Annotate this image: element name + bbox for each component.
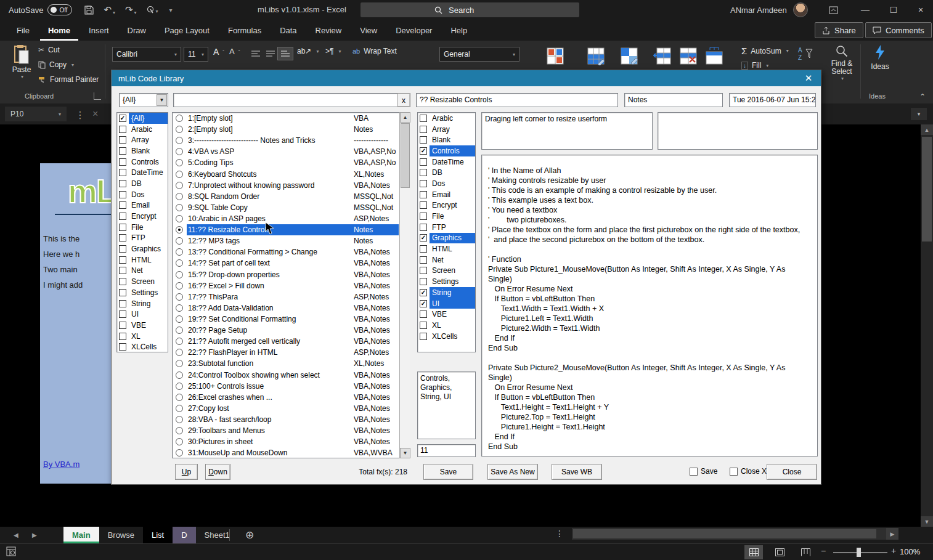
category-row-array[interactable]: Array <box>117 134 168 145</box>
number-format-combo[interactable]: General▾ <box>439 47 519 62</box>
insert-cells-icon[interactable] <box>652 46 673 67</box>
horizontal-scroll-thumb[interactable] <box>573 529 876 538</box>
save-wb-button[interactable]: Save WB <box>552 464 602 480</box>
category-row-ftp[interactable]: FTP <box>418 222 475 233</box>
ribbon-tab-page-layout[interactable]: Page Layout <box>157 20 218 41</box>
category-row-xlcells[interactable]: XLCells <box>418 331 475 342</box>
checkbox[interactable] <box>119 333 126 340</box>
category-row-settings[interactable]: Settings <box>117 287 168 298</box>
namebox-menu-icon[interactable]: ⋮ <box>75 109 85 121</box>
sheet-tab-main[interactable]: Main <box>63 527 99 543</box>
vertical-scroll-thumb[interactable] <box>922 137 932 241</box>
fx-row-3[interactable]: 3:-------------------------- Notes and T… <box>173 135 409 146</box>
font-name-combo[interactable]: Calibri▾ <box>112 47 181 62</box>
cut-button[interactable]: ✂Cut <box>38 46 60 54</box>
find-select-button[interactable]: Find & Select ▾ <box>825 44 859 81</box>
checkbox[interactable] <box>420 180 427 187</box>
fx-row-23[interactable]: 23:Subtotal functionXL,Notes <box>173 358 409 369</box>
checkbox[interactable]: ✓ <box>420 300 427 307</box>
account-area[interactable]: ANmar Amdeen <box>730 0 808 20</box>
normal-view-icon[interactable] <box>744 545 763 559</box>
zoom-level[interactable]: 100% <box>900 547 920 556</box>
radio-button[interactable] <box>176 327 183 334</box>
checkbox[interactable]: ✓ <box>420 147 427 155</box>
minimize-button[interactable]: — <box>852 0 879 20</box>
checkbox[interactable] <box>119 158 126 166</box>
fx-row-30[interactable]: 30:Pictures in sheetVBA,Notes <box>173 436 409 447</box>
fx-row-26[interactable]: 26:Excel crashes when ...VBA,Notes <box>173 392 409 403</box>
scroll-down-icon[interactable]: ▼ <box>921 516 933 527</box>
checkbox[interactable] <box>119 245 126 253</box>
close-xl-checkbox[interactable]: Close XL <box>730 467 771 476</box>
checkbox[interactable] <box>420 322 427 329</box>
save-checkbox[interactable]: Save <box>690 467 717 476</box>
category-row-arabic[interactable]: Arabic <box>418 113 475 124</box>
radio-button[interactable] <box>176 148 183 155</box>
category-row-string[interactable]: String <box>117 298 168 309</box>
category-row-db[interactable]: DB <box>418 167 475 178</box>
category-row-net[interactable]: Net <box>418 254 475 266</box>
fx-row-18[interactable]: 18:?? Add Data-ValidationVBA,Notes <box>173 302 409 314</box>
paste-button[interactable]: Paste ▾ <box>7 44 36 79</box>
ideas-button[interactable]: Ideas <box>864 44 896 71</box>
checkbox[interactable] <box>119 267 126 274</box>
share-button[interactable]: Share <box>815 22 863 38</box>
fx-row-8[interactable]: 8:SQL Random OrderMSSQL,Not <box>173 191 409 202</box>
sheet-tab-list[interactable]: List <box>143 527 173 543</box>
shrink-font-button[interactable]: Aˇ <box>229 47 240 56</box>
fx-row-22[interactable]: 22:?? FlashPlayer in HTMLASP,Notes <box>173 347 409 358</box>
align-middle-icon[interactable] <box>263 47 279 60</box>
vertical-scrollbar[interactable]: ▲ ▼ <box>921 124 933 527</box>
new-sheet-icon[interactable]: ⊕ <box>245 529 254 542</box>
checkbox[interactable] <box>420 213 427 220</box>
fx-row-14[interactable]: 14:?? Set part of cell textVBA,Notes <box>173 258 409 269</box>
ribbon-tab-draw[interactable]: Draw <box>120 20 154 41</box>
radio-button[interactable] <box>176 215 183 222</box>
category-row-net[interactable]: Net <box>117 266 168 277</box>
radio-button[interactable] <box>176 315 183 323</box>
radio-button[interactable] <box>176 438 183 445</box>
category-row-html[interactable]: HTML <box>418 243 475 254</box>
formula-bar-expand-icon[interactable]: ▾ <box>911 108 927 120</box>
search-filter-input[interactable] <box>173 93 397 107</box>
prev-sheet-icon[interactable]: ◀ <box>14 527 18 543</box>
checkbox[interactable] <box>119 136 126 144</box>
radio-button[interactable] <box>176 293 183 301</box>
category-row-xl[interactable]: XL <box>418 320 475 331</box>
checkbox[interactable] <box>420 278 427 285</box>
category-row-file[interactable]: File <box>418 211 475 222</box>
checkbox[interactable] <box>420 191 427 198</box>
category-row-graphics[interactable]: Graphics <box>117 243 168 254</box>
zoom-slider-thumb[interactable] <box>857 548 861 557</box>
autosum-button[interactable]: Σ AutoSum▾ <box>741 46 789 56</box>
radio-button[interactable] <box>176 271 183 278</box>
checkbox[interactable] <box>420 201 427 209</box>
category-row-string[interactable]: ✓String <box>418 287 475 298</box>
scroll-right-icon[interactable]: ▶ <box>886 528 898 540</box>
radio-button[interactable] <box>176 259 183 267</box>
checkbox[interactable] <box>420 224 427 231</box>
checkbox[interactable] <box>119 126 126 133</box>
fx-row-16[interactable]: 16:?? Excel > Fill downVBA,Notes <box>173 280 409 291</box>
category-row-xlcells[interactable]: XLCells <box>117 341 168 352</box>
radio-button[interactable] <box>176 193 183 200</box>
name-box[interactable]: P10▾ <box>5 107 67 121</box>
page-layout-view-icon[interactable] <box>770 545 789 559</box>
checkbox[interactable] <box>420 245 427 253</box>
touch-mode-icon[interactable]: ▾ <box>147 6 158 14</box>
up-button[interactable]: Up <box>175 464 198 480</box>
ribbon-tab-help[interactable]: Help <box>442 20 475 41</box>
fx-row-12[interactable]: 12:?? MP3 tagsNotes <box>173 235 409 246</box>
radio-button[interactable] <box>176 394 183 401</box>
delete-cells-icon[interactable] <box>678 46 699 67</box>
checkbox[interactable] <box>119 322 126 329</box>
checkbox[interactable] <box>119 256 126 264</box>
fx-row-21[interactable]: 21:?? Autofit merged cell verticallyVBA,… <box>173 336 409 347</box>
fx-row-5[interactable]: 5:Coding TipsVBA,ASP,No <box>173 157 409 168</box>
fx-row-2[interactable]: 2:[Empty slot]Notes <box>173 124 409 135</box>
checkbox[interactable] <box>119 147 126 155</box>
tab-overflow-icon[interactable]: ⋮ <box>555 529 564 538</box>
radio-button[interactable] <box>176 226 183 233</box>
fx-row-19[interactable]: 19:?? Set Conditional FormattingVBA,Note… <box>173 314 409 325</box>
category-row-all[interactable]: ✓{All} <box>117 113 168 124</box>
